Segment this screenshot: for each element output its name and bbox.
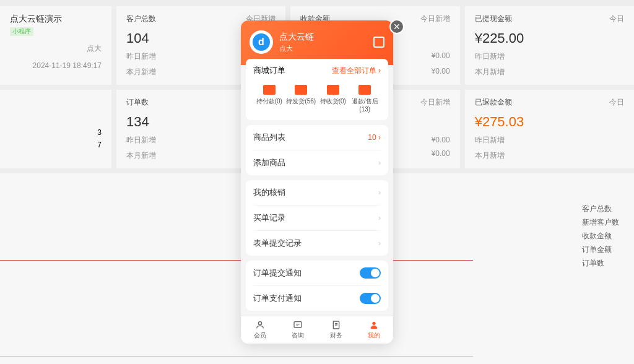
svg-point-3 <box>373 322 376 325</box>
truck-icon <box>327 85 339 95</box>
menu-add-product[interactable]: 添加商品 › <box>253 150 381 175</box>
tab-finance[interactable]: 财务 <box>317 316 355 344</box>
chevron-right-icon: › <box>378 239 381 248</box>
package-icon <box>295 85 307 95</box>
menu-verification[interactable]: 我的核销 › <box>253 180 381 205</box>
order-refund[interactable]: 退款/售后(13) <box>349 85 381 113</box>
wallet-icon <box>263 85 276 95</box>
chat-icon <box>293 320 303 330</box>
avatar-icon: d <box>253 33 270 51</box>
menu-purchase-record[interactable]: 买单记录 › <box>253 205 381 230</box>
toggle-section: 订单提交通知 订单支付通知 <box>246 261 388 311</box>
brand-name: 点大云链 <box>279 32 314 43</box>
finance-icon <box>331 320 341 330</box>
list-section-1: 商品列表 10 › 添加商品 › <box>246 125 388 175</box>
view-all-orders-link[interactable]: 查看全部订单 › <box>332 66 381 76</box>
close-icon: ✕ <box>393 22 401 32</box>
tab-member[interactable]: 会员 <box>241 316 279 344</box>
chevron-right-icon: › <box>378 188 381 197</box>
toggle-switch[interactable] <box>360 293 381 304</box>
menu-product-list[interactable]: 商品列表 10 › <box>253 125 381 150</box>
toggle-switch[interactable] <box>360 267 381 279</box>
menu-form-record[interactable]: 表单提交记录 › <box>253 230 381 256</box>
orders-section: 商城订单 查看全部订单 › 待付款(0) 待发货(56) 待收货(0) <box>246 59 388 120</box>
chevron-right-icon: › <box>378 214 381 222</box>
order-pending-ship[interactable]: 待发货(56) <box>285 85 318 113</box>
toggle-order-submit: 订单提交通知 <box>253 261 381 285</box>
brand-sub: 点大 <box>279 44 314 53</box>
svg-point-0 <box>258 322 261 325</box>
chevron-right-icon: › <box>378 158 381 167</box>
close-button[interactable]: ✕ <box>389 19 404 34</box>
order-pending-payment[interactable]: 待付款(0) <box>253 85 285 113</box>
bottom-tabbar: 会员 咨询 财务 我的 <box>241 316 393 344</box>
tab-mine[interactable]: 我的 <box>355 316 394 344</box>
person-icon <box>369 320 379 330</box>
order-pending-receive[interactable]: 待收货(0) <box>317 85 349 113</box>
toggle-order-pay: 订单支付通知 <box>253 285 381 311</box>
member-icon <box>255 320 265 330</box>
avatar[interactable]: d <box>250 30 273 54</box>
refund-icon <box>358 85 371 95</box>
mobile-modal: d 点大云链 点大 商城订单 查看全部订单 › 待付款(0) <box>241 20 393 344</box>
tab-consult[interactable]: 咨询 <box>279 316 318 344</box>
scan-icon[interactable] <box>373 37 384 48</box>
modal-overlay: ✕ d 点大云链 点大 商城订单 查看全部订单 › <box>0 0 634 364</box>
list-section-2: 我的核销 › 买单记录 › 表单提交记录 › <box>246 180 388 256</box>
orders-title: 商城订单 <box>253 65 285 76</box>
svg-rect-1 <box>294 322 302 327</box>
